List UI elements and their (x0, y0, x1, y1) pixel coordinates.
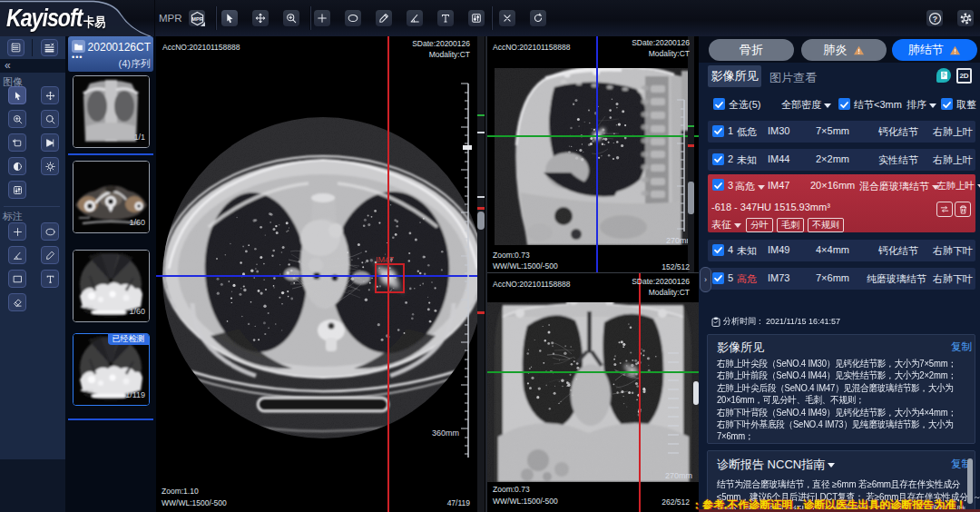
svg-text:MPR: MPR (191, 15, 203, 21)
svg-text:?: ? (932, 14, 936, 23)
